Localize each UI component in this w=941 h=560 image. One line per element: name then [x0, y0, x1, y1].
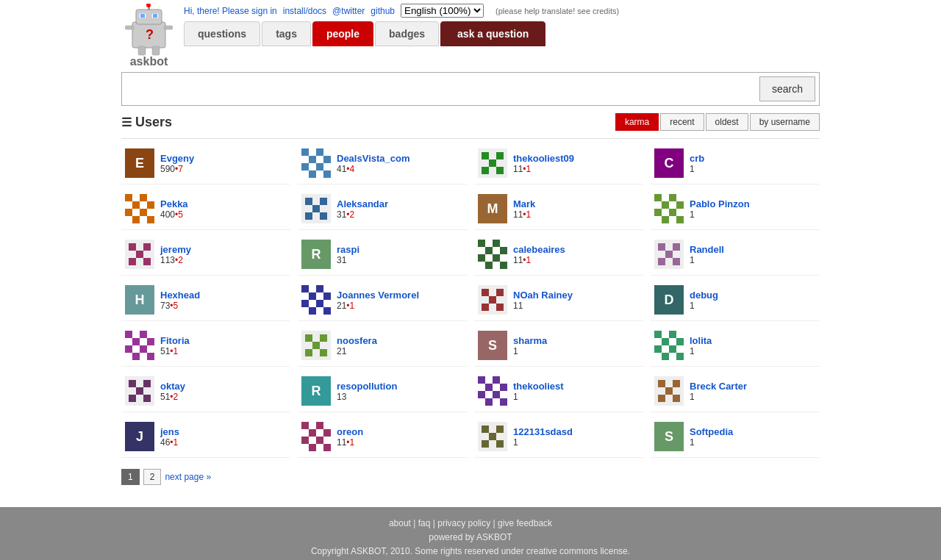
user-name-link[interactable]: Evgeny: [160, 153, 194, 164]
user-name-link[interactable]: calebeaires: [513, 244, 565, 255]
user-avatar: H: [125, 285, 154, 315]
user-karma: 590•7: [160, 164, 194, 174]
user-info: Aleksandar 31•2: [337, 198, 388, 220]
user-card: thekooliest 1: [474, 370, 643, 412]
karma-dot: •2: [175, 255, 183, 265]
user-name-link[interactable]: Mark: [513, 198, 535, 209]
logo-section: ? askbot: [125, 4, 173, 68]
svg-rect-20: [301, 163, 309, 170]
user-name-link[interactable]: sharma: [513, 335, 547, 346]
svg-rect-123: [669, 345, 676, 353]
user-karma-value: 41: [337, 164, 346, 174]
user-card: S Softpedia 1: [651, 416, 820, 458]
karma-dot: •2: [346, 209, 354, 220]
footer-feedback[interactable]: give feedback: [498, 518, 552, 528]
user-name-link[interactable]: Hexhead: [160, 290, 200, 301]
user-name-link[interactable]: thekooliest: [513, 381, 564, 392]
user-karma: 21•1: [337, 301, 419, 311]
user-karma: 73•5: [160, 301, 200, 311]
install-docs-link[interactable]: install/docs: [283, 6, 326, 16]
user-avatar: [125, 376, 154, 406]
page-1[interactable]: 1: [121, 469, 140, 485]
next-page-link[interactable]: next page »: [165, 472, 211, 482]
user-name-link[interactable]: jens: [160, 426, 179, 437]
nav-questions[interactable]: questions: [184, 21, 260, 46]
svg-rect-144: [658, 380, 665, 387]
user-name-link[interactable]: resopollution: [337, 381, 397, 392]
user-card: Aleksandar 31•2: [298, 188, 467, 230]
user-name-link[interactable]: Joannes Vermorel: [337, 290, 419, 301]
karma-dot: •1: [346, 301, 354, 311]
user-card: jeremy 113•2: [121, 234, 290, 276]
nav-tags[interactable]: tags: [262, 21, 311, 46]
user-name-link[interactable]: DealsVista_com: [337, 153, 410, 164]
user-name-link[interactable]: thekooliest09: [513, 153, 574, 164]
svg-rect-145: [673, 380, 680, 387]
users-header: ☰ Users karma recent oldest by username: [121, 113, 820, 131]
user-name-link[interactable]: 122131sdasd: [513, 426, 573, 437]
user-karma: 1: [690, 437, 733, 448]
user-karma: 1: [690, 301, 718, 311]
user-card: noosfera 21: [298, 325, 467, 367]
svg-rect-124: [662, 353, 669, 360]
user-name-link[interactable]: lolita: [690, 335, 712, 346]
user-name-link[interactable]: raspi: [337, 244, 359, 255]
svg-rect-11: [138, 46, 146, 55]
user-name-link[interactable]: Softpedia: [690, 426, 733, 437]
search-input[interactable]: [126, 79, 759, 98]
nav-badges[interactable]: badges: [375, 21, 439, 46]
user-card: calebeaires 11•1: [474, 234, 643, 276]
user-card: M Mark 11•1: [474, 188, 643, 230]
svg-rect-86: [309, 292, 316, 300]
user-name-link[interactable]: jeremy: [160, 244, 191, 255]
sort-recent[interactable]: recent: [660, 113, 704, 131]
user-name-link[interactable]: NOah Rainey: [513, 290, 573, 301]
user-name-link[interactable]: Pablo Pinzon: [690, 198, 750, 209]
logo-text: askbot: [130, 55, 168, 68]
user-karma-value: 11: [513, 209, 523, 220]
svg-rect-77: [673, 243, 680, 251]
sort-oldest[interactable]: oldest: [706, 113, 748, 131]
user-karma: 1: [690, 392, 747, 402]
nav-ask-question[interactable]: ask a question: [440, 21, 545, 46]
user-karma: 1: [690, 164, 704, 174]
svg-rect-21: [316, 163, 323, 170]
footer-faq[interactable]: faq: [418, 518, 431, 528]
user-karma: 11•1: [337, 437, 363, 448]
user-name-link[interactable]: Randell: [690, 244, 724, 255]
user-name-link[interactable]: Pekka: [160, 198, 188, 209]
svg-text:R: R: [312, 384, 321, 398]
user-name-link[interactable]: Fitoria: [160, 335, 190, 346]
svg-rect-52: [662, 201, 669, 209]
sort-by-username[interactable]: by username: [750, 113, 820, 131]
user-name-link[interactable]: noosfera: [337, 335, 377, 346]
translate-note: (please help translate! see credits): [495, 7, 619, 15]
svg-rect-59: [129, 243, 136, 251]
svg-rect-121: [676, 338, 684, 345]
svg-text:J: J: [136, 429, 143, 444]
user-avatar: S: [654, 422, 684, 451]
svg-rect-51: [669, 194, 676, 201]
page-2[interactable]: 2: [143, 469, 162, 485]
footer-privacy[interactable]: privacy policy: [437, 518, 490, 528]
user-name-link[interactable]: oreon: [337, 426, 363, 437]
user-name-link[interactable]: debug: [690, 290, 718, 301]
user-name-link[interactable]: crb: [690, 153, 704, 164]
footer-about[interactable]: about: [389, 518, 411, 528]
svg-rect-68: [493, 240, 500, 247]
search-button[interactable]: search: [759, 76, 815, 101]
user-name-link[interactable]: Aleksandar: [337, 198, 388, 209]
svg-rect-42: [305, 198, 312, 205]
sign-in-link[interactable]: Hi, there! Please sign in: [184, 6, 277, 16]
twitter-link[interactable]: @twitter: [332, 6, 365, 16]
nav-people[interactable]: people: [312, 21, 373, 46]
user-avatar: [654, 194, 684, 223]
user-name-link[interactable]: oktay: [160, 381, 185, 392]
karma-dot: •1: [523, 255, 531, 265]
github-link[interactable]: github: [371, 6, 395, 16]
sort-karma[interactable]: karma: [615, 113, 659, 131]
user-avatar: E: [125, 148, 154, 178]
language-select[interactable]: English (100%): [401, 4, 484, 18]
user-card: DealsVista_com 41•4: [298, 143, 467, 184]
user-name-link[interactable]: Breck Carter: [690, 381, 747, 392]
